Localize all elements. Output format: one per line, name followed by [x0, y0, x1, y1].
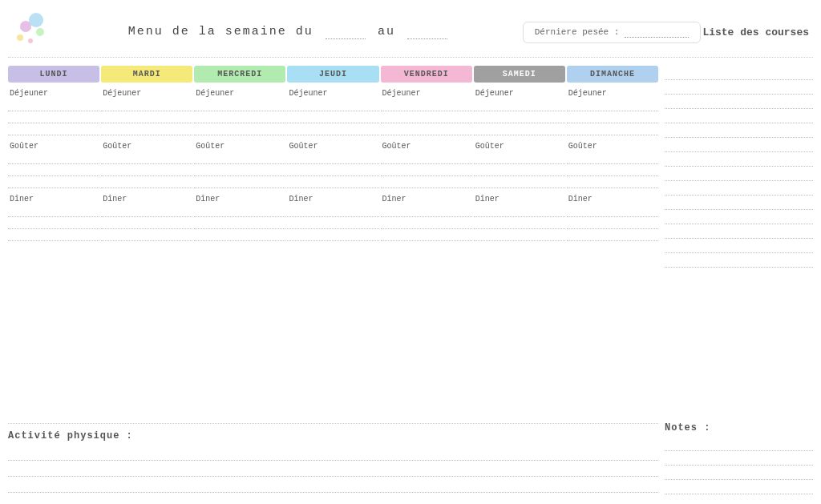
svg-point-3: [17, 34, 23, 41]
day-header-mardi: MARDI: [101, 66, 192, 83]
notes-line-4: [665, 482, 813, 494]
mercredi-dejeuner: Déjeuner: [194, 86, 285, 137]
pesee-value-dots: [625, 27, 689, 38]
day-col-samedi: Déjeuner Goûter Dîner: [474, 86, 565, 418]
courses-list: [665, 66, 813, 417]
right-sidebar: Notes :: [665, 66, 813, 496]
vendredi-diner: Dîner: [381, 192, 472, 243]
title-prefix: Menu de la semaine du: [128, 25, 313, 38]
mardi-diner: Dîner: [101, 192, 192, 243]
planner-section: LUNDI MARDI MERCREDI JEUDI VENDREDI SAME…: [8, 66, 658, 496]
samedi-diner: Dîner: [474, 192, 565, 243]
activite-line-2: [8, 464, 658, 477]
activite-title: Activité physique :: [8, 430, 658, 442]
day-col-vendredi: Déjeuner Goûter Dîner: [381, 86, 472, 418]
jeudi-diner: Dîner: [287, 192, 378, 243]
mardi-gouter: Goûter: [101, 139, 192, 190]
page-title: Menu de la semaine du au: [56, 25, 523, 39]
dimanche-diner: Dîner: [567, 192, 658, 243]
pesee-box: Dérniere pesée :: [523, 22, 701, 43]
activite-line-1: [8, 448, 658, 461]
dimanche-gouter: Goûter: [567, 139, 658, 190]
courses-title: Liste des courses: [701, 26, 813, 38]
main-content: LUNDI MARDI MERCREDI JEUDI VENDREDI SAME…: [8, 66, 813, 496]
title-mid: au: [378, 25, 395, 38]
day-col-mercredi: Déjeuner Goûter Dîner: [194, 86, 285, 418]
vendredi-dejeuner: Déjeuner: [381, 86, 472, 137]
mercredi-gouter: Goûter: [194, 139, 285, 190]
mercredi-diner: Dîner: [194, 192, 285, 243]
date-from-dots: [326, 25, 366, 39]
day-header-dimanche: DIMANCHE: [567, 66, 658, 83]
notes-line-2: [665, 453, 813, 466]
notes-line-3: [665, 467, 813, 480]
day-header-mercredi: MERCREDI: [194, 66, 285, 83]
activite-section: Activité physique :: [8, 430, 658, 496]
svg-point-1: [20, 21, 31, 32]
jeudi-gouter: Goûter: [287, 139, 378, 190]
date-to-dots: [407, 25, 447, 39]
header: Menu de la semaine du au Dérniere pesée …: [8, 12, 813, 58]
day-header-samedi: SAMEDI: [474, 66, 565, 83]
vendredi-gouter: Goûter: [381, 139, 472, 190]
bottom-section: Activité physique :: [8, 423, 658, 496]
activite-line-3: [8, 480, 658, 493]
day-header-vendredi: VENDREDI: [381, 66, 472, 83]
mardi-dejeuner: Déjeuner: [101, 86, 192, 137]
page: Menu de la semaine du au Dérniere pesée …: [0, 0, 821, 504]
jeudi-dejeuner: Déjeuner: [287, 86, 378, 137]
notes-line-1: [665, 438, 813, 451]
svg-point-4: [28, 38, 33, 43]
day-col-lundi: Déjeuner Goûter Dîner: [8, 86, 99, 418]
notes-section: Notes :: [665, 422, 813, 496]
lundi-gouter: Goûter: [8, 139, 99, 190]
samedi-gouter: Goûter: [474, 139, 565, 190]
day-header-jeudi: JEUDI: [287, 66, 378, 83]
lundi-dejeuner: Déjeuner: [8, 86, 99, 137]
meal-grid: Déjeuner Goûter Dîner: [8, 86, 658, 418]
notes-title: Notes :: [665, 422, 813, 433]
samedi-dejeuner: Déjeuner: [474, 86, 565, 137]
day-col-dimanche: Déjeuner Goûter Dîner: [567, 86, 658, 418]
pesee-label: Dérniere pesée :: [535, 27, 620, 37]
logo: [8, 12, 56, 52]
lundi-diner: Dîner: [8, 192, 99, 243]
dimanche-dejeuner: Déjeuner: [567, 86, 658, 137]
svg-point-2: [36, 28, 44, 36]
days-grid: LUNDI MARDI MERCREDI JEUDI VENDREDI SAME…: [8, 66, 658, 83]
day-col-jeudi: Déjeuner Goûter Dîner: [287, 86, 378, 418]
day-header-lundi: LUNDI: [8, 66, 99, 83]
day-col-mardi: Déjeuner Goûter Dîner: [101, 86, 192, 418]
